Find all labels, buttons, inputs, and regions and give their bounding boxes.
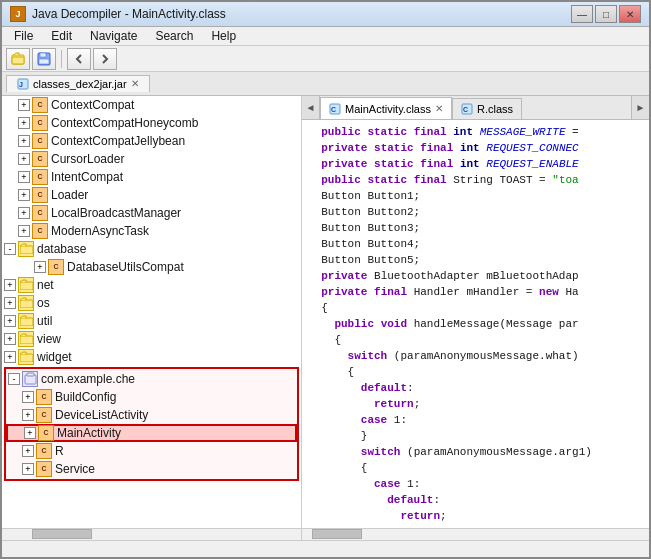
class-icon: C xyxy=(36,443,52,459)
jar-tab-bar: J classes_dex2jar.jar ✕ xyxy=(2,72,649,96)
code-nav-left[interactable]: ◄ xyxy=(302,96,320,120)
expand-mainactivity[interactable]: + xyxy=(24,427,36,439)
expand-localbroadcast[interactable]: + xyxy=(18,207,30,219)
toolbar-open[interactable] xyxy=(6,48,30,70)
code-line-2: private static final int REQUEST_CONNEC xyxy=(308,140,643,156)
expand-contextcompathoneycomb[interactable]: + xyxy=(18,117,30,129)
expand-service[interactable]: + xyxy=(22,463,34,475)
tree-label: Service xyxy=(55,462,95,476)
expand-modernasync[interactable]: + xyxy=(18,225,30,237)
tree-item-databaseutils[interactable]: + C DatabaseUtilsCompat xyxy=(2,258,301,276)
expand-contextcompat[interactable]: + xyxy=(18,99,30,111)
expand-r[interactable]: + xyxy=(22,445,34,457)
code-hscroll[interactable] xyxy=(302,528,649,540)
tree-item-cursorloader[interactable]: + C CursorLoader xyxy=(2,150,301,168)
tree-item-util[interactable]: + util xyxy=(2,312,301,330)
menu-help[interactable]: Help xyxy=(203,27,244,45)
tree-item-contextcompathoneycomb[interactable]: + C ContextCompatHoneycomb xyxy=(2,114,301,132)
tree-item-service[interactable]: + C Service xyxy=(6,460,297,478)
tree-label: database xyxy=(37,242,86,256)
expand-widget[interactable]: + xyxy=(4,351,16,363)
folder-icon xyxy=(18,349,34,365)
expand-buildconfig[interactable]: + xyxy=(22,391,34,403)
tree-label: LocalBroadcastManager xyxy=(51,206,181,220)
tree-label: ModernAsyncTask xyxy=(51,224,149,238)
tree-label: os xyxy=(37,296,50,310)
expand-contextcompatjellybean[interactable]: + xyxy=(18,135,30,147)
tree-item-contextcompatjellybean[interactable]: + C ContextCompatJellybean xyxy=(2,132,301,150)
expand-net[interactable]: + xyxy=(4,279,16,291)
tree-item-contextcompat[interactable]: + C ContextCompat xyxy=(2,96,301,114)
menu-search[interactable]: Search xyxy=(147,27,201,45)
tree-item-com-example-che[interactable]: - com.example.che xyxy=(6,370,297,388)
tree-item-database[interactable]: - database xyxy=(2,240,301,258)
maximize-button[interactable]: □ xyxy=(595,5,617,23)
expand-devicelist[interactable]: + xyxy=(22,409,34,421)
tree-panel[interactable]: + C ContextCompat + C ContextCompatHoney… xyxy=(2,96,301,528)
toolbar-save[interactable] xyxy=(32,48,56,70)
tree-label: MainActivity xyxy=(57,426,121,440)
code-tab-bar: ◄ C MainActivity.class ✕ C xyxy=(302,96,649,120)
expand-cursorloader[interactable]: + xyxy=(18,153,30,165)
red-box-section: - com.example.che xyxy=(4,367,299,481)
class-icon: C xyxy=(36,389,52,405)
class-icon: C xyxy=(38,425,54,441)
menu-navigate[interactable]: Navigate xyxy=(82,27,145,45)
jar-tab[interactable]: J classes_dex2jar.jar ✕ xyxy=(6,75,150,92)
expand-intentcompat[interactable]: + xyxy=(18,171,30,183)
expand-loader[interactable]: + xyxy=(18,189,30,201)
tree-item-mainactivity[interactable]: + C MainActivity xyxy=(6,424,297,442)
expand-util[interactable]: + xyxy=(4,315,16,327)
tree-hscroll-thumb[interactable] xyxy=(32,529,92,539)
menu-edit[interactable]: Edit xyxy=(43,27,80,45)
toolbar-back[interactable] xyxy=(67,48,91,70)
svg-rect-7 xyxy=(20,246,33,254)
code-nav-right[interactable]: ► xyxy=(631,96,649,120)
code-tab-mainactivity-close[interactable]: ✕ xyxy=(435,103,443,114)
folder-icon xyxy=(18,241,34,257)
tree-hscroll[interactable] xyxy=(2,528,301,540)
expand-view[interactable]: + xyxy=(4,333,16,345)
expand-database[interactable]: - xyxy=(4,243,16,255)
tree-item-widget[interactable]: + widget xyxy=(2,348,301,366)
code-line-13: public void handleMessage(Message par xyxy=(308,316,643,332)
code-area[interactable]: public static final int MESSAGE_WRITE = … xyxy=(302,120,649,528)
code-line-25: return; xyxy=(308,508,643,524)
class-icon: C xyxy=(32,205,48,221)
code-tab-r[interactable]: C R.class xyxy=(452,98,522,120)
close-button[interactable]: ✕ xyxy=(619,5,641,23)
tree-label: IntentCompat xyxy=(51,170,123,184)
tree-item-intentcompat[interactable]: + C IntentCompat xyxy=(2,168,301,186)
code-tab-mainactivity[interactable]: C MainActivity.class ✕ xyxy=(320,97,452,119)
menu-file[interactable]: File xyxy=(6,27,41,45)
tree-item-os[interactable]: + os xyxy=(2,294,301,312)
class-icon: C xyxy=(32,223,48,239)
code-line-7: Button Button3; xyxy=(308,220,643,236)
tree-label: Loader xyxy=(51,188,88,202)
tree-label: DatabaseUtilsCompat xyxy=(67,260,184,274)
expand-comexampleche[interactable]: - xyxy=(8,373,20,385)
code-tab-r-label: R.class xyxy=(477,103,513,115)
tree-item-r[interactable]: + C R xyxy=(6,442,297,460)
minimize-button[interactable]: — xyxy=(571,5,593,23)
expand-databaseutils[interactable]: + xyxy=(34,261,46,273)
tree-item-buildconfig[interactable]: + C BuildConfig xyxy=(6,388,297,406)
jar-tab-close[interactable]: ✕ xyxy=(131,78,139,89)
class-icon: C xyxy=(32,169,48,185)
code-line-21: switch (paramAnonymousMessage.arg1) xyxy=(308,444,643,460)
tree-item-view[interactable]: + view xyxy=(2,330,301,348)
class-icon: C xyxy=(48,259,64,275)
folder-icon xyxy=(18,331,34,347)
menu-bar: File Edit Navigate Search Help xyxy=(2,27,649,46)
tree-item-devicelistactivity[interactable]: + C DeviceListActivity xyxy=(6,406,297,424)
code-hscroll-thumb[interactable] xyxy=(312,529,362,539)
tree-label: ContextCompatJellybean xyxy=(51,134,185,148)
class-icon: C xyxy=(32,97,48,113)
toolbar-forward[interactable] xyxy=(93,48,117,70)
tree-item-modernasync[interactable]: + C ModernAsyncTask xyxy=(2,222,301,240)
svg-rect-14 xyxy=(27,373,34,376)
tree-item-net[interactable]: + net xyxy=(2,276,301,294)
tree-item-localbroadcast[interactable]: + C LocalBroadcastManager xyxy=(2,204,301,222)
expand-os[interactable]: + xyxy=(4,297,16,309)
tree-item-loader[interactable]: + C Loader xyxy=(2,186,301,204)
